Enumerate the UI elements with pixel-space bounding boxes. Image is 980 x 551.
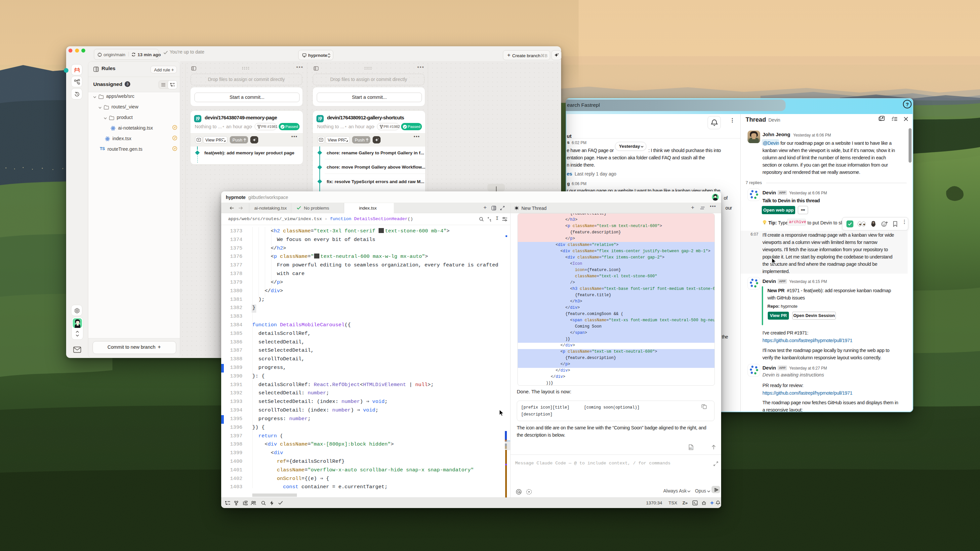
svg-text:MD: MD bbox=[689, 447, 693, 449]
